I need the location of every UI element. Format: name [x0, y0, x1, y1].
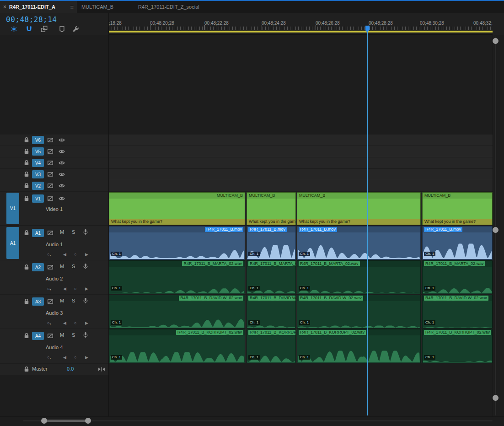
sync-lock-icon[interactable] [47, 160, 54, 166]
track-target-a2[interactable]: A2 [32, 263, 44, 271]
lock-icon[interactable] [23, 298, 30, 305]
track-output-icon[interactable] [59, 137, 65, 143]
time-ruler[interactable]: ;18;28 00;48;20;28 00;48;22;28 00;48;24;… [109, 21, 493, 26]
linked-selection-icon[interactable] [41, 26, 48, 32]
audio-clip-a3[interactable]: R4R_17011_B_DAVID W_02.wav Ch. 1 [297, 295, 421, 329]
sync-lock-icon[interactable] [47, 171, 54, 178]
audio-clip-a4[interactable]: R4R_17011_B_KORRUPT_02.wav Ch. 1 [422, 329, 493, 363]
lock-icon[interactable] [23, 160, 30, 166]
voiceover-mic-icon[interactable] [82, 263, 89, 270]
keyframe-style-icon[interactable]: ○▾ [47, 355, 51, 360]
add-keyframe-icon[interactable]: ○ [74, 252, 76, 257]
lock-icon[interactable] [23, 333, 30, 339]
next-keyframe-icon[interactable]: ▶ [85, 252, 88, 257]
mute-button[interactable]: M [60, 264, 64, 269]
lock-icon[interactable] [23, 171, 30, 178]
add-marker-icon[interactable] [59, 26, 65, 32]
audio-clip-a1[interactable]: R4R_17011_B.mov Ch. 1 [297, 226, 421, 260]
audio-clip-a4[interactable]: R4R_17011_B_KORRUPT_02.wav Ch. 1 [247, 329, 296, 363]
snap-icon[interactable] [26, 26, 32, 32]
tab-edit-z-social[interactable]: R4R_17011-EDIT_Z_social [138, 1, 199, 13]
add-keyframe-icon[interactable]: ○ [74, 286, 76, 291]
sync-lock-icon[interactable] [47, 183, 54, 189]
sync-lock-icon[interactable] [47, 333, 54, 339]
prev-keyframe-icon[interactable]: ◀ [63, 252, 66, 257]
sync-lock-icon[interactable] [47, 264, 54, 270]
lock-icon[interactable] [23, 366, 30, 372]
lock-icon[interactable] [23, 183, 30, 189]
next-keyframe-icon[interactable]: ▶ [85, 355, 88, 360]
solo-button[interactable]: S [72, 229, 75, 235]
video-clip[interactable]: MULTICAM_B What kept you in the game? [422, 192, 493, 225]
prev-keyframe-icon[interactable]: ◀ [63, 355, 66, 360]
vertical-scroll-handle-middle[interactable] [493, 227, 499, 233]
add-keyframe-icon[interactable]: ○ [74, 321, 76, 325]
video-clip[interactable]: MULTICAM_B What kept you in the game? [109, 192, 245, 225]
solo-button[interactable]: S [72, 332, 75, 338]
audio-clip-a3[interactable]: R4R_17011_B_DAVID W_02.wav Ch. 1 [109, 295, 245, 329]
lock-icon[interactable] [23, 148, 30, 155]
horizontal-zoom-handle-left[interactable] [41, 418, 47, 424]
master-level-value[interactable]: 0.0 [67, 366, 74, 372]
track-output-icon[interactable] [59, 160, 65, 166]
horizontal-scrollbar-thumb[interactable] [44, 420, 88, 422]
track-output-icon[interactable] [59, 183, 65, 189]
audio-clip-a1[interactable]: R4R_17011_B.mov Ch. 1 [422, 226, 493, 260]
nest-toggle-icon[interactable] [11, 26, 17, 32]
track-target-v3[interactable]: V3 [32, 170, 44, 178]
close-icon[interactable]: × [3, 4, 6, 10]
collapse-icon[interactable] [98, 366, 105, 372]
voiceover-mic-icon[interactable] [82, 229, 89, 235]
work-area-bar[interactable] [109, 31, 493, 32]
vertical-scroll-handle-top[interactable] [493, 38, 499, 44]
sync-lock-icon[interactable] [47, 137, 54, 143]
lock-icon[interactable] [23, 264, 30, 270]
audio-clip-a2[interactable]: R4R_17011_B_MARTA_02.wav Ch. 1 [247, 260, 296, 294]
track-target-v4[interactable]: V4 [32, 159, 44, 167]
audio-clip-a1[interactable]: R4R_17011_B.mov Ch. 1 [247, 226, 296, 260]
vertical-scrollbar-track[interactable] [495, 37, 496, 415]
voiceover-mic-icon[interactable] [82, 297, 89, 304]
mute-button[interactable]: M [60, 229, 64, 235]
lock-icon[interactable] [23, 230, 30, 236]
audio-clip-a2[interactable]: R4R_17011_B_MARTA_02.wav Ch. 1 [422, 260, 493, 294]
tab-multicam-b[interactable]: MULTICAM_B [81, 1, 113, 13]
mute-button[interactable]: M [60, 298, 64, 303]
audio-clip-a2[interactable]: R4R_17011_B_MARTA_02.wav Ch. 1 [109, 260, 245, 294]
track-output-icon[interactable] [59, 148, 65, 155]
audio-clip-a4[interactable]: R4R_17011_B_KORRUPT_02.wav Ch. 1 [297, 329, 421, 363]
audio-clip-a2[interactable]: R4R_17011_B_MARTA_02.wav Ch. 1 [297, 260, 421, 294]
vertical-scroll-handle-bottom[interactable] [493, 395, 499, 401]
playhead-timecode[interactable]: 00;48;28;14 [6, 15, 57, 24]
panel-menu-icon[interactable]: ≡ [70, 4, 74, 11]
solo-button[interactable]: S [72, 264, 75, 269]
sync-lock-icon[interactable] [47, 195, 54, 202]
next-keyframe-icon[interactable]: ▶ [85, 321, 88, 325]
track-target-v1[interactable]: V1 [32, 194, 44, 203]
keyframe-style-icon[interactable]: ○▾ [47, 321, 51, 325]
audio-clip-a1[interactable]: R4R_17011_B.mov Ch. 1 [109, 226, 245, 260]
track-output-icon[interactable] [59, 195, 65, 202]
playhead-line[interactable] [367, 26, 368, 415]
lock-icon[interactable] [23, 195, 30, 202]
track-target-a3[interactable]: A3 [32, 297, 44, 306]
horizontal-scrollbar-track[interactable] [23, 420, 493, 421]
video-clip[interactable]: MULTICAM_B What kept you in the game? [297, 192, 421, 225]
audio-clip-a3[interactable]: R4R_17011_B_DAVID W_02.wav Ch. 1 [247, 295, 296, 329]
playhead-handle[interactable] [365, 26, 370, 30]
mute-button[interactable]: M [60, 332, 64, 338]
next-keyframe-icon[interactable]: ▶ [85, 286, 88, 291]
audio-clip-a3[interactable]: R4R_17011_B_DAVID W_02.wav Ch. 1 [422, 295, 493, 329]
add-keyframe-icon[interactable]: ○ [74, 355, 76, 360]
track-target-v6[interactable]: V6 [32, 136, 44, 144]
voiceover-mic-icon[interactable] [82, 332, 89, 338]
keyframe-style-icon[interactable]: ○▾ [47, 286, 51, 291]
track-target-v5[interactable]: V5 [32, 147, 44, 156]
lock-icon[interactable] [23, 137, 30, 143]
solo-button[interactable]: S [72, 298, 75, 303]
prev-keyframe-icon[interactable]: ◀ [63, 286, 66, 291]
track-target-a1[interactable]: A1 [32, 229, 44, 237]
timeline-settings-icon[interactable] [72, 26, 79, 32]
tab-sequence-active[interactable]: × R4R_17011-EDIT_A ≡ [0, 1, 77, 13]
audio-clip-a4[interactable]: R4R_17011_B_KORRUPT_02.wav Ch. 1 [109, 329, 245, 363]
